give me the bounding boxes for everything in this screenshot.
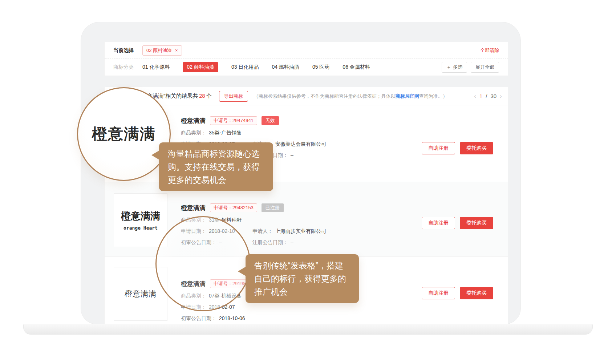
summary-suffix: 个: [206, 93, 212, 99]
multi-select-label: 多选: [453, 64, 462, 70]
app-no-value: 29482153: [232, 205, 254, 210]
chip-label: 02 颜料油漆: [146, 47, 172, 54]
results-summary-area: 为您检索到“橙意满满”相关的结果共28个 导出商标 （商标检索结果仅供参考，不作…: [105, 87, 468, 105]
application-number-chip: 申请号：29474941: [210, 116, 257, 125]
self-register-button[interactable]: 自助注册: [422, 142, 455, 154]
category-tabs-row: 商标分类 01 化学原料 02 颜料油漆 03 日化用品 04 燃料油脂 05 …: [105, 59, 508, 76]
close-icon[interactable]: ×: [175, 48, 178, 53]
clear-all-button[interactable]: 全部清除: [480, 47, 499, 54]
plus-icon: ＋: [446, 64, 451, 70]
trademark-image[interactable]: 橙意满满 orange Heart: [114, 193, 167, 247]
trademark-office-link[interactable]: 商标局官网: [396, 93, 419, 99]
results-count: 28: [199, 93, 205, 99]
app-no-label: 申请号：: [214, 118, 232, 123]
trademark-name[interactable]: 橙意满满: [181, 117, 206, 125]
current-selection-label: 当前选择: [113, 47, 134, 54]
page-separator: /: [486, 93, 487, 99]
disclaimer-post: 查询为准。）: [419, 93, 447, 99]
trademark-image-text: 橙意满满: [125, 289, 157, 299]
applicant-value: 上海雨步实业有限公司: [275, 228, 326, 235]
entrust-buy-button[interactable]: 委托购买: [460, 287, 493, 299]
results-header: 为您检索到“橙意满满”相关的结果共28个 导出商标 （商标检索结果仅供参考，不作…: [105, 87, 508, 105]
trademark-title-line: 橙意满满 申请号：29474941 无效: [181, 116, 414, 125]
tab-06-metal[interactable]: 06 金属材料: [343, 64, 370, 70]
pagination: ‹ 1 / 30 ›: [468, 87, 508, 105]
total-pages: 30: [490, 93, 497, 99]
tab-05-medicine[interactable]: 05 医药: [312, 64, 329, 70]
row-actions: 自助注册 委托购买: [422, 287, 493, 299]
reg-publication-label: 注册公告日期：: [252, 239, 288, 246]
entrust-buy-button[interactable]: 委托购买: [460, 217, 493, 229]
tooltip-promotion: 告别传统“发表格”，搭建自己的标行，获得更多的推广机会: [246, 254, 359, 303]
magnified-trademark-text: 橙意满满: [92, 124, 156, 144]
trademark-image-text: 橙意满满: [121, 210, 160, 223]
category-tabs: 01 化学原料 02 颜料油漆 03 日化用品 04 燃料油脂 05 医药 06…: [142, 62, 370, 72]
tooltip-promotion-text: 告别传统“发表格”，搭建自己的标行，获得更多的推广机会: [254, 261, 346, 296]
status-badge: 无效: [262, 116, 279, 125]
export-trademarks-button[interactable]: 导出商标: [219, 91, 248, 102]
tooltip-arrow-left: [151, 150, 159, 160]
entrust-buy-button[interactable]: 委托购买: [460, 142, 493, 154]
tab-03-daily[interactable]: 03 日化用品: [231, 64, 259, 70]
applicant-value: 安徽美达会展有限公司: [275, 141, 326, 147]
multi-select-button[interactable]: ＋ 多选: [442, 62, 467, 73]
applicant-label: 申请人：: [252, 228, 273, 235]
row-actions: 自助注册 委托购买: [422, 142, 493, 154]
disclaimer-text: （商标检索结果仅供参考，不作为商标能否注册的法律依据；具体以商标局官网查询为准。…: [254, 93, 447, 100]
first-publication-label: 初审公告日期：: [181, 315, 216, 322]
disclaimer-pre: （商标检索结果仅供参考，不作为商标能否注册的法律依据；具体以: [254, 93, 396, 99]
category-label: 商标分类: [113, 64, 134, 70]
app-no-value: 29474941: [232, 118, 254, 123]
tooltip-resources: 海量精品商标资源随心选购。支持在线交易，获得更多的交易机会: [159, 142, 273, 191]
detail-line: 商品类别：35类-广告销售: [181, 130, 414, 136]
tab-04-fuel[interactable]: 04 燃料油脂: [272, 64, 299, 70]
filter-panel: 当前选择 02 颜料油漆 × 全部清除 商标分类 01 化学原料 02 颜料油漆…: [104, 42, 508, 76]
tooltip-resources-text: 海量精品商标资源随心选购。支持在线交易，获得更多的交易机会: [168, 149, 260, 185]
app-no-label: 申请号：: [214, 205, 232, 210]
self-register-button[interactable]: 自助注册: [422, 217, 455, 229]
reg-publication-value: –: [291, 152, 293, 159]
category-value: 35类-广告销售: [209, 130, 242, 136]
current-selection-row: 当前选择 02 颜料油漆 × 全部清除: [105, 42, 508, 59]
expand-all-button[interactable]: 展开全部: [471, 62, 499, 73]
prev-page-icon[interactable]: ‹: [474, 93, 476, 100]
laptop-base: [23, 324, 593, 335]
reg-publication-value: –: [291, 239, 293, 246]
trademark-image-subtext: orange Heart: [123, 225, 158, 231]
tab-01-chemical[interactable]: 01 化学原料: [142, 64, 170, 70]
detail-line: 初审公告日期：2018-10-06: [181, 315, 414, 322]
trademark-title-line: 橙意满满 申请号：29482153 已注册: [181, 203, 414, 212]
trademark-name[interactable]: 橙意满满: [181, 204, 206, 212]
next-page-icon[interactable]: ›: [500, 93, 502, 100]
page: 当前选择 02 颜料油漆 × 全部清除 商标分类 01 化学原料 02 颜料油漆…: [0, 0, 616, 364]
status-badge: 已注册: [262, 203, 284, 212]
tooltip-arrow-left: [238, 267, 246, 276]
current-page: 1: [479, 93, 482, 99]
magnifier-circle-highlight: [155, 216, 251, 311]
self-register-button[interactable]: 自助注册: [422, 287, 455, 299]
application-number-chip: 申请号：29482153: [210, 203, 257, 212]
magnifier-circle-trademark: 橙意满满: [77, 87, 171, 181]
tab-actions: ＋ 多选 展开全部: [442, 62, 499, 73]
category-field-label: 商品类别：: [181, 130, 206, 136]
tab-02-paint-active[interactable]: 02 颜料油漆: [183, 62, 218, 72]
row-actions: 自助注册 委托购买: [422, 217, 493, 229]
first-publication-value: 2018-10-06: [219, 315, 245, 322]
selected-filter-chip[interactable]: 02 颜料油漆 ×: [142, 45, 182, 56]
